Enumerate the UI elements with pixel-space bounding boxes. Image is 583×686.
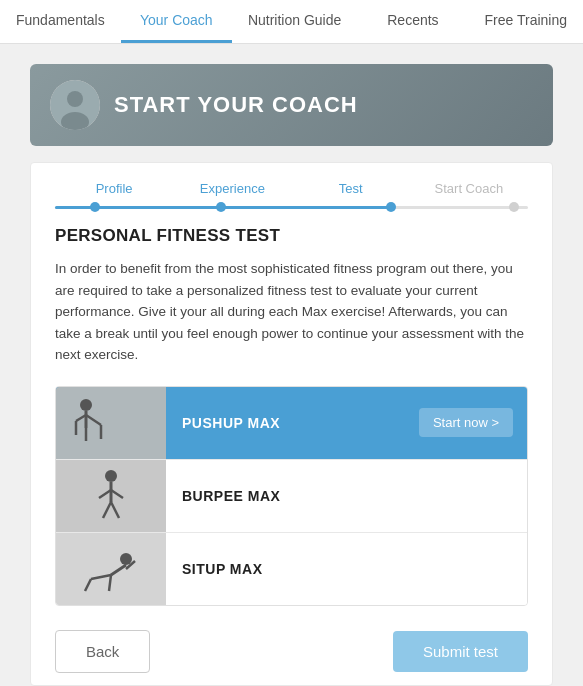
steps-progress: Profile Experience Test Start Coach PERS… [30,162,553,686]
nav-nutrition-guide[interactable]: Nutrition Guide [232,0,357,43]
situp-image [56,533,166,605]
dot-4 [509,202,519,212]
dot-2 [216,202,226,212]
situp-name: SITUP MAX [166,561,527,577]
nav-your-coach[interactable]: Your Coach [121,0,232,43]
svg-line-6 [86,415,101,425]
exercise-item-burpee[interactable]: BURPEE MAX [56,460,527,533]
steps-labels: Profile Experience Test Start Coach [55,181,528,196]
svg-point-10 [105,470,117,482]
step-start-coach[interactable]: Start Coach [410,181,528,196]
start-now-button[interactable]: Start now > [419,408,513,437]
top-navigation: Fundamentals Your Coach Nutrition Guide … [0,0,583,44]
pushup-image [56,387,166,459]
submit-test-button[interactable]: Submit test [393,631,528,672]
action-row: Back Submit test [55,630,528,673]
section-body: In order to benefit from the most sophis… [55,258,528,366]
svg-line-21 [109,575,111,591]
dot-3 [386,202,396,212]
exercise-list: PUSHUP MAX Start now > BURPEE M [55,386,528,606]
step-experience[interactable]: Experience [173,181,291,196]
svg-line-15 [111,502,119,518]
svg-line-14 [103,502,111,518]
svg-point-16 [120,553,132,565]
section-title: PERSONAL FITNESS TEST [55,226,528,246]
coach-title: START YOUR COACH [114,92,358,118]
main-content: START YOUR COACH Profile Experience Test… [0,44,583,686]
coach-banner: START YOUR COACH [30,64,553,146]
nav-fundamentals[interactable]: Fundamentals [0,0,121,43]
dot-1 [90,202,100,212]
svg-line-20 [85,579,91,591]
svg-line-12 [99,490,111,498]
pushup-name: PUSHUP MAX [166,415,419,431]
burpee-image [56,460,166,532]
svg-line-13 [111,490,123,498]
exercise-item-situp[interactable]: SITUP MAX [56,533,527,605]
coach-avatar [50,80,100,130]
back-button[interactable]: Back [55,630,150,673]
nav-recents[interactable]: Recents [357,0,468,43]
exercise-item-pushup[interactable]: PUSHUP MAX Start now > [56,387,527,460]
step-profile[interactable]: Profile [55,181,173,196]
svg-point-1 [67,91,83,107]
svg-point-3 [80,399,92,411]
burpee-name: BURPEE MAX [166,488,527,504]
step-test[interactable]: Test [292,181,410,196]
svg-line-17 [111,565,126,575]
nav-free-training[interactable]: Free Training [469,0,583,43]
progress-bar [55,204,528,210]
svg-line-19 [91,575,111,579]
